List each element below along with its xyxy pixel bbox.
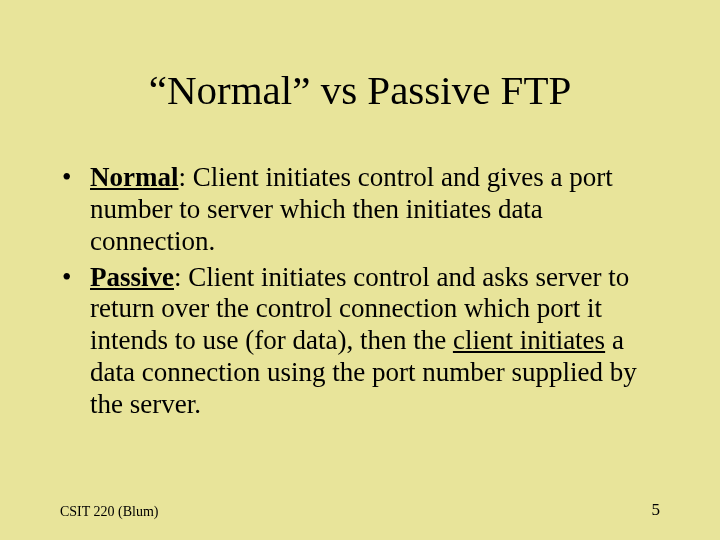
bullet-sep: : (178, 162, 192, 192)
bullet-text: Passive: Client initiates control and as… (90, 262, 660, 421)
bullet-text: Normal: Client initiates control and giv… (90, 162, 660, 258)
bullet-mark-icon: • (60, 162, 90, 194)
bullet-label: Normal (90, 162, 178, 192)
bullet-mark-icon: • (60, 262, 90, 294)
slide-title: “Normal” vs Passive FTP (0, 66, 720, 114)
footer-course: CSIT 220 (Blum) (60, 504, 159, 520)
bullet-item: • Normal: Client initiates control and g… (60, 162, 660, 258)
bullet-item: • Passive: Client initiates control and … (60, 262, 660, 421)
bullet-sep: : (174, 262, 188, 292)
bullet-label: Passive (90, 262, 174, 292)
footer-page-number: 5 (652, 500, 661, 520)
slide: “Normal” vs Passive FTP • Normal: Client… (0, 0, 720, 540)
bullet-mid-underline: client initiates (453, 325, 605, 355)
slide-body: • Normal: Client initiates control and g… (60, 162, 660, 425)
